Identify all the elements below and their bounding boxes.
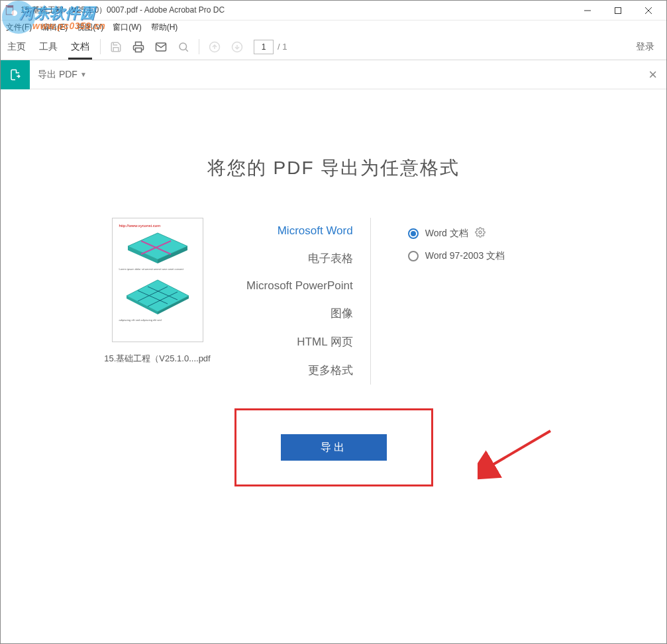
thumbnail-column: http://www.xyconst.com Lorem ipsum dolor… xyxy=(104,218,210,365)
app-icon xyxy=(5,5,17,17)
svg-rect-5 xyxy=(136,48,142,52)
export-dropdown[interactable]: 导出 PDF ▼ xyxy=(30,69,87,81)
page-total: / 1 xyxy=(278,42,287,52)
option-word-97-label: Word 97-2003 文档 xyxy=(425,250,505,262)
thumbnail-caption: 15.基础工程（V25.1.0....pdf xyxy=(104,353,210,365)
thumb-iso1 xyxy=(121,226,194,263)
menu-help[interactable]: 帮助(H) xyxy=(148,21,181,34)
annotation-arrow xyxy=(478,427,557,486)
page-heading: 将您的 PDF 导出为任意格式 xyxy=(21,156,646,181)
maximize-button[interactable] xyxy=(603,1,633,20)
export-label-text: 导出 PDF xyxy=(38,69,77,81)
close-button[interactable] xyxy=(633,1,664,20)
menubar: 文件(F) 编辑(E) 视图(V) 窗口(W) 帮助(H) xyxy=(1,21,666,34)
page-input[interactable] xyxy=(254,40,274,54)
titlebar: 15.基础工程（V25.1.0）0007.pdf - Adobe Acrobat… xyxy=(1,1,666,21)
minimize-button[interactable] xyxy=(572,1,603,20)
thumb-iso2 xyxy=(121,275,194,314)
format-powerpoint[interactable]: Microsoft PowerPoint xyxy=(231,273,353,299)
export-subheader: 导出 PDF ▼ × xyxy=(1,60,666,89)
menu-edit[interactable]: 编辑(E) xyxy=(38,21,70,34)
tab-tools[interactable]: 工具 xyxy=(32,34,64,60)
svg-line-8 xyxy=(185,49,187,51)
export-button[interactable]: 导出 xyxy=(281,434,387,461)
svg-rect-2 xyxy=(615,7,621,13)
tab-home[interactable]: 主页 xyxy=(1,34,32,60)
radio-icon xyxy=(408,228,419,239)
svg-marker-16 xyxy=(127,280,189,312)
tabs-row: 主页 工具 文档 / 1 登录 xyxy=(1,34,666,60)
option-word-doc[interactable]: Word 文档 xyxy=(408,222,563,245)
window-title: 15.基础工程（V25.1.0）0007.pdf - Adobe Acrobat… xyxy=(21,5,572,16)
prev-page-icon xyxy=(203,34,226,60)
export-highlight-frame: 导出 xyxy=(234,408,433,486)
main-panel: 将您的 PDF 导出为任意格式 http://www.xyconst.com L… xyxy=(1,89,666,486)
save-icon xyxy=(105,34,127,60)
menu-view[interactable]: 视图(V) xyxy=(74,21,106,34)
print-icon[interactable] xyxy=(127,34,150,60)
option-word-doc-label: Word 文档 xyxy=(425,228,468,240)
page-group: / 1 xyxy=(248,34,292,60)
svg-point-7 xyxy=(180,43,187,50)
thumbnail[interactable]: http://www.xyconst.com Lorem ipsum dolor… xyxy=(112,218,203,342)
close-panel-icon[interactable]: × xyxy=(648,66,657,83)
menu-file[interactable]: 文件(F) xyxy=(3,21,34,34)
format-html[interactable]: HTML 网页 xyxy=(231,328,353,356)
format-image[interactable]: 图像 xyxy=(231,299,353,328)
login-link[interactable]: 登录 xyxy=(624,34,666,60)
chevron-down-icon: ▼ xyxy=(80,71,87,78)
svg-line-25 xyxy=(489,431,550,467)
next-page-icon xyxy=(226,34,248,60)
menu-window[interactable]: 窗口(W) xyxy=(110,21,144,34)
format-list: Microsoft Word 电子表格 Microsoft PowerPoint… xyxy=(231,218,371,385)
options-column: Word 文档 Word 97-2003 文档 xyxy=(391,218,563,267)
tab-document[interactable]: 文档 xyxy=(64,34,96,60)
email-icon[interactable] xyxy=(150,34,172,60)
format-word[interactable]: Microsoft Word xyxy=(231,218,353,244)
gear-icon[interactable] xyxy=(475,227,486,240)
option-word-97[interactable]: Word 97-2003 文档 xyxy=(408,245,563,267)
radio-icon xyxy=(408,251,419,261)
format-more[interactable]: 更多格式 xyxy=(231,356,353,385)
svg-point-23 xyxy=(479,231,482,234)
export-pdf-icon[interactable] xyxy=(1,60,30,89)
search-icon[interactable] xyxy=(172,34,195,60)
format-spreadsheet[interactable]: 电子表格 xyxy=(231,244,353,273)
